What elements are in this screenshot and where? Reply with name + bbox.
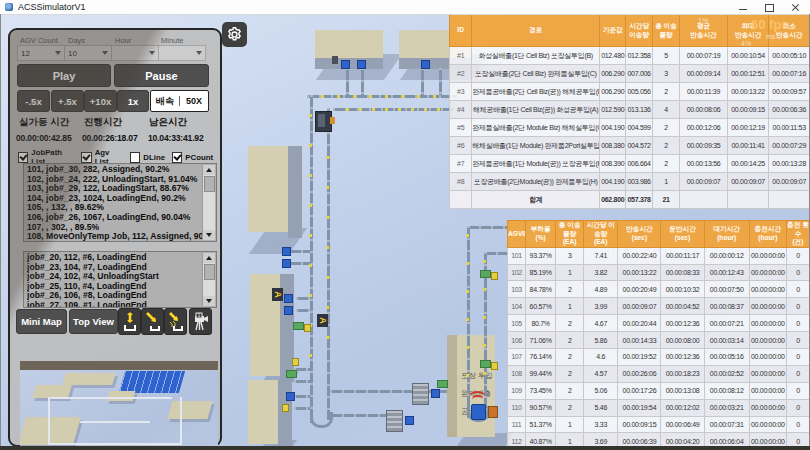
path-marker (309, 234, 312, 237)
ybox-equipment-icon (292, 358, 299, 366)
agv-path (484, 252, 509, 255)
drop-vertical-view-button[interactable] (118, 308, 141, 335)
scroll-down-icon[interactable] (203, 230, 215, 240)
drop-diagonal-signal-view-button[interactable] (164, 308, 187, 335)
cell: 00.00:07:19 (680, 47, 728, 65)
pause-button[interactable]: Pause (114, 64, 209, 87)
scroll-up-icon[interactable] (203, 253, 215, 263)
close-button[interactable] (782, 1, 808, 14)
cell: 99.44% (526, 365, 556, 382)
agv-count-select[interactable]: 12 (17, 45, 65, 61)
table-row: 10384.78%24.8900.00:20:4900.00:10:3200.0… (508, 281, 810, 298)
blue-equipment-icon (282, 247, 291, 256)
cell: 합계 (472, 191, 600, 209)
window-bottom-frame (0, 446, 810, 450)
checkbox-pcount[interactable] (172, 152, 182, 163)
scrollbar[interactable] (202, 253, 215, 306)
path-marker (346, 108, 349, 111)
column-header: 충전시간(hour) (749, 221, 786, 248)
agv-count-value: 12 (21, 49, 30, 58)
minimap-brown (20, 361, 218, 370)
checkbox-agv-list[interactable] (81, 152, 91, 163)
agv-path (467, 226, 509, 229)
table-row: 10460.57%13.9900.00:09:0700.00:04:5200.0… (508, 298, 810, 315)
cell: 0 (786, 264, 809, 281)
cell: 4 (652, 101, 679, 119)
mini-map-button[interactable]: Mini Map (16, 309, 67, 334)
days-label: Days (68, 36, 85, 45)
cell: 2 (652, 83, 679, 101)
cell: 00.00:03:14 (704, 332, 749, 349)
top-view-button[interactable]: Top View (69, 309, 118, 334)
column-header: 대기시간(hour) (704, 221, 749, 248)
settings-button[interactable] (222, 22, 247, 47)
cell: 103 (508, 281, 526, 298)
dark-equipment-icon (332, 56, 338, 64)
cell: 00.00:02:52 (704, 365, 749, 382)
cell: 00.00:13:28 (769, 155, 810, 173)
robot-icon (488, 406, 498, 418)
table-row: 11151.37%13.3300.00:09:1500.00:06:4900.0… (508, 416, 810, 433)
cell: 71.06% (526, 332, 556, 349)
path-marker (433, 95, 436, 98)
cell: 00.00:08:37 (704, 298, 749, 315)
path-marker (417, 95, 420, 98)
scroll-down-icon[interactable] (203, 296, 215, 306)
cell: 00.00:00:00 (749, 416, 786, 433)
cell: 00.00:07:29 (769, 137, 810, 155)
mini-map-view[interactable] (20, 361, 218, 450)
cell: 00.00:14:25 (727, 155, 769, 173)
path-marker (309, 174, 312, 177)
table-row: #3완제품공배출(2단 Cell Biz(공)) 해체공투입(D)006.290… (450, 83, 810, 101)
cell: 00.00:09:57 (769, 83, 810, 101)
table-row: #1화성실배출(1단 Cell Biz) 포장실투입(B)012.480012.… (450, 47, 810, 65)
scroll-thumb[interactable] (204, 264, 215, 280)
column-header: 반송시간(sec) (618, 221, 661, 248)
days-select[interactable]: 10 (64, 45, 112, 61)
cell: 3.99 (584, 298, 618, 315)
drop-diagonal-view-button[interactable] (141, 308, 164, 335)
scroll-thumb[interactable] (204, 176, 215, 192)
scrollbar[interactable] (202, 165, 215, 240)
cell (450, 191, 472, 209)
gear-icon (226, 26, 243, 43)
cell: 00.00:07:16 (769, 65, 810, 83)
cell: 00.00:09:07 (618, 298, 661, 315)
minimap-line (48, 443, 182, 445)
hour-select[interactable] (111, 45, 159, 61)
stat-percent: 4% (741, 40, 751, 47)
agv-path (346, 68, 349, 95)
path-marker (483, 344, 486, 347)
column-header: 운반시간(sec) (661, 221, 704, 248)
speed-button-5x[interactable]: -.5x (17, 90, 50, 112)
cell: 0 (786, 332, 809, 349)
play-button[interactable]: Play (17, 64, 111, 87)
cell: 3.33 (584, 416, 618, 433)
path-marker (326, 156, 329, 159)
checkbox-dline[interactable] (130, 152, 140, 163)
building (315, 30, 383, 58)
checkbox-jobpath-list[interactable] (18, 152, 28, 163)
path-marker (483, 316, 486, 319)
station-marker: A (317, 314, 328, 327)
maximize-button[interactable] (756, 1, 782, 14)
agv-status-list[interactable]: 101, job#_30, 282, Assigned, 90.2%102, j… (23, 163, 217, 242)
camera-view-button[interactable]: 1 (189, 308, 212, 335)
speed-button-10x[interactable]: +10x (84, 90, 117, 112)
speed-button-5x[interactable]: +.5x (51, 90, 84, 112)
cell: 1 (652, 173, 679, 191)
scroll-up-icon[interactable] (203, 165, 215, 175)
speed-button-1x[interactable]: 1x (117, 90, 149, 112)
column-header: 경로 (472, 15, 600, 47)
cell: #8 (450, 173, 472, 191)
agv-path (439, 68, 442, 95)
cell: 4.67 (584, 315, 618, 332)
path-marker (326, 246, 329, 249)
cell: 00.00:00:00 (749, 382, 786, 399)
job-status-list[interactable]: job#_20, 112, #6, LoadingEndjob#_23, 104… (23, 251, 217, 308)
minimize-button[interactable] (730, 1, 756, 14)
cell: 00.00:00:00 (749, 332, 786, 349)
minute-select[interactable] (158, 45, 206, 61)
speed-mode-button[interactable]: 배속 50X (150, 90, 209, 112)
cell: 008.390 (600, 155, 626, 173)
